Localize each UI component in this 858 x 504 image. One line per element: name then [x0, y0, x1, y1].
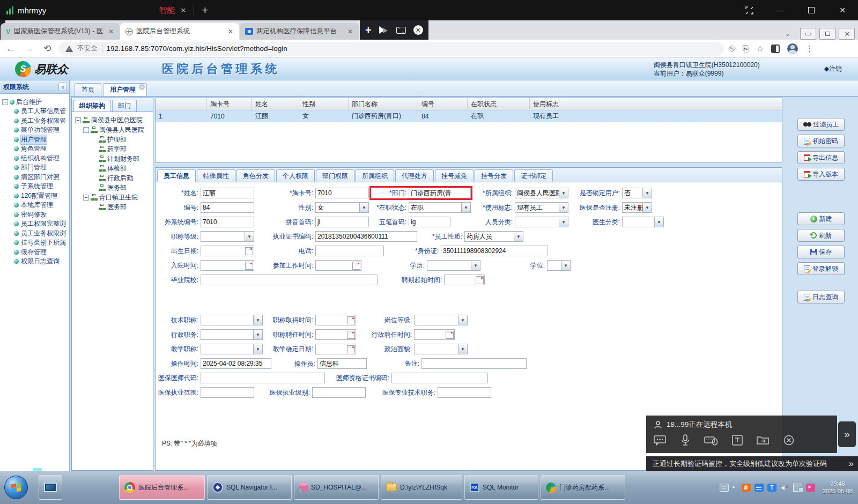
field-input[interactable]: 女▼: [315, 202, 369, 213]
remote-close-icon[interactable]: ✕: [839, 28, 855, 40]
taskbar-chrome-button[interactable]: 医院后台管理系...: [119, 475, 205, 500]
field-input[interactable]: ▼: [414, 315, 468, 325]
field-input[interactable]: [201, 387, 254, 398]
log-query-button[interactable]: 日志查询: [797, 291, 845, 303]
field-input[interactable]: [421, 358, 527, 369]
file-transfer-icon[interactable]: [757, 435, 770, 446]
sidebar-menu-item[interactable]: 本地库管理: [2, 201, 69, 210]
field-input[interactable]: 门诊西药房(青: [409, 188, 471, 198]
field-input[interactable]: [438, 387, 491, 398]
smart-tab[interactable]: 智能 ✕: [159, 5, 186, 16]
keyboard-mouse-icon[interactable]: [704, 435, 718, 446]
tab-close-icon[interactable]: ✕: [226, 28, 235, 35]
resize-screen-icon[interactable]: [396, 27, 406, 34]
field-input[interactable]: 现有员工▼: [515, 202, 568, 213]
table-row-selected[interactable]: 17010江丽女门诊西药房(青口)84在职现有员工: [156, 110, 782, 122]
dropdown-arrow-icon[interactable]: ▼: [561, 261, 570, 270]
calendar-icon[interactable]: [347, 331, 355, 339]
sidebar-menu-item[interactable]: 密码修改: [2, 210, 69, 220]
org-tree-node[interactable]: 闽侯县中医总医院: [73, 115, 152, 125]
calendar-icon[interactable]: [347, 316, 355, 324]
taskbar-sql-monitor-button[interactable]: SQL SQL Monitor: [464, 475, 538, 500]
taskbar-pharmacy-button[interactable]: 门诊药房配药系...: [541, 475, 625, 500]
dropdown-arrow-icon[interactable]: ▼: [471, 261, 480, 270]
sidebar-menu-item[interactable]: 角色管理: [2, 144, 69, 154]
maximize-icon[interactable]: [796, 0, 827, 20]
reload-icon[interactable]: ⟲: [41, 43, 54, 54]
column-header[interactable]: 使用标志: [530, 98, 559, 110]
dropdown-arrow-icon[interactable]: ▼: [253, 315, 262, 325]
dropdown-arrow-icon[interactable]: ▼: [458, 344, 467, 354]
field-input[interactable]: [414, 329, 455, 340]
field-input[interactable]: [201, 260, 254, 271]
dropdown-arrow-icon[interactable]: ▼: [359, 203, 368, 212]
field-input[interactable]: [444, 275, 485, 285]
sidebar-menu-item[interactable]: 员工业务权限浏: [2, 229, 69, 239]
detail-tab[interactable]: 员工信息: [157, 169, 196, 182]
org-tree-node[interactable]: 医务部: [73, 202, 152, 212]
org-tree-node[interactable]: 体检部: [73, 164, 152, 173]
dropdown-arrow-icon[interactable]: ▼: [642, 188, 652, 198]
field-input[interactable]: jl: [315, 217, 369, 227]
tab-department[interactable]: 部门: [112, 100, 137, 112]
back-icon[interactable]: ←: [4, 43, 17, 54]
field-input[interactable]: [315, 344, 356, 354]
sidebar-menu-item[interactable]: 权限日志查询: [2, 257, 69, 266]
tab-org-structure[interactable]: 组织架构: [73, 100, 111, 112]
field-input[interactable]: 信息科: [317, 358, 367, 369]
address-bar[interactable]: 不安全 192.168.7.85:7070/com.ylz.his/HisSer…: [59, 42, 724, 56]
taskbar-sql-navigator-button[interactable]: SQL Navigator f...: [207, 475, 292, 500]
close-session-icon[interactable]: [783, 435, 794, 446]
org-tree-node[interactable]: 计划财务部: [73, 154, 152, 164]
screen-share-icon[interactable]: [379, 26, 389, 34]
field-input[interactable]: [315, 315, 356, 325]
tree-root-item[interactable]: 后台维护: [2, 97, 69, 107]
detail-tab[interactable]: 个人权限: [276, 169, 315, 182]
dropdown-arrow-icon[interactable]: ▼: [559, 217, 568, 227]
field-input[interactable]: [201, 275, 378, 285]
field-input[interactable]: [201, 373, 325, 383]
sidebar-menu-item[interactable]: 菜单功能管理: [2, 125, 69, 135]
collapse-node-icon[interactable]: [83, 127, 89, 133]
sidebar-menu-item[interactable]: 子系统管理: [2, 182, 69, 191]
org-tree-node[interactable]: 青口镇卫生院: [73, 192, 152, 202]
minimize-icon[interactable]: —: [765, 0, 796, 20]
org-tree-node[interactable]: 医务部: [73, 183, 152, 192]
keyboard-tray-icon[interactable]: [720, 484, 729, 492]
field-input[interactable]: [315, 260, 361, 271]
field-input[interactable]: [201, 246, 254, 256]
field-input[interactable]: ▼: [427, 260, 480, 271]
tab-close-icon[interactable]: ✕: [346, 28, 354, 35]
calendar-icon[interactable]: [446, 331, 454, 339]
sidebar-menu-item[interactable]: 组织机构管理: [2, 154, 69, 164]
collapse-node-icon[interactable]: [75, 117, 81, 123]
field-input[interactable]: ▼: [622, 217, 664, 227]
dropdown-arrow-icon[interactable]: ▼: [514, 232, 523, 241]
browser-tab-liangding[interactable]: ⊞ 两定机构医疗保障信息平台 ✕: [240, 23, 359, 40]
new-tab-icon[interactable]: +: [202, 4, 208, 17]
field-input[interactable]: ▼: [201, 231, 254, 242]
show-desktop-button[interactable]: [39, 475, 62, 500]
refresh-button[interactable]: 刷新: [797, 229, 845, 242]
remote-app-tray-icon[interactable]: [806, 484, 815, 492]
dropdown-arrow-icon[interactable]: ▼: [559, 188, 568, 198]
chat-icon[interactable]: [654, 435, 667, 446]
sidebar-menu-item[interactable]: 缓存管理: [2, 248, 69, 257]
filter-staff-button[interactable]: 过滤员工: [797, 118, 845, 131]
tab-close-icon[interactable]: ✕: [107, 28, 115, 35]
column-header[interactable]: 性别: [299, 98, 349, 110]
sidebar-menu-item[interactable]: 病区部门对照: [2, 173, 69, 182]
input-method-tray-icon[interactable]: [755, 484, 764, 492]
dropdown-arrow-icon[interactable]: ▼: [458, 315, 467, 325]
menu-dots-icon[interactable]: ⋮: [805, 44, 813, 54]
field-input[interactable]: 药房人员▼: [464, 231, 523, 242]
dropdown-arrow-icon[interactable]: ▼: [253, 330, 262, 339]
text-input-icon[interactable]: [732, 435, 743, 446]
profile-avatar[interactable]: [787, 43, 798, 54]
calendar-icon[interactable]: [476, 276, 484, 284]
collapse-sidebar-icon[interactable]: «: [58, 83, 67, 91]
muted-speaker-icon[interactable]: [780, 484, 789, 492]
dropdown-arrow-icon[interactable]: ▼: [559, 203, 568, 212]
field-input[interactable]: ▼: [515, 217, 568, 227]
field-input[interactable]: ▼: [547, 260, 571, 271]
